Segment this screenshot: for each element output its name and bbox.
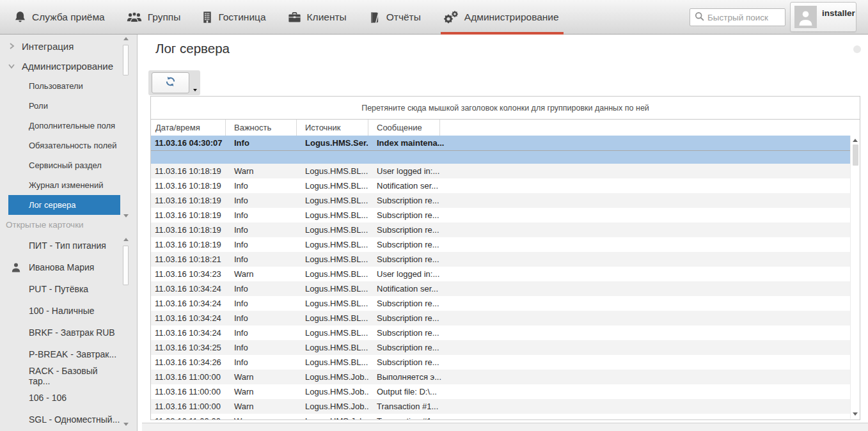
log-datetime-cell: 11.03.16 10:18:19 <box>151 208 226 223</box>
sidebar-item-integration[interactable]: Интеграция <box>0 36 120 56</box>
scroll-down-icon[interactable] <box>123 214 129 217</box>
quick-search-input[interactable] <box>707 13 780 22</box>
log-row[interactable]: 11.03.16 04:30:07 Info Logus.HMS.Ser... … <box>151 136 851 150</box>
open-card-item[interactable]: ПИТ - Тип питания <box>0 235 120 256</box>
open-card-item[interactable]: BRKF - Завтрак RUB <box>0 322 120 343</box>
tab-reports[interactable]: Отчёты <box>368 0 421 35</box>
open-card-item[interactable]: 100 - Наличные <box>0 300 120 322</box>
log-source-cell: Logus.HMS.BL.... <box>297 311 368 325</box>
sidebar-item-required-fields[interactable]: Обязательность полей <box>0 136 120 155</box>
open-card-label: 106 - 106 <box>29 393 67 403</box>
scroll-up-icon[interactable] <box>123 238 129 241</box>
log-severity-cell: Info <box>226 208 297 223</box>
log-datetime-cell: 11.03.16 10:34:24 <box>151 296 226 311</box>
log-severity-cell: Info <box>226 355 297 370</box>
log-message-cell: Subscription re... <box>368 208 851 223</box>
log-datetime-cell: 11.03.16 10:18:19 <box>151 193 226 208</box>
current-user-button[interactable]: installer <box>790 2 856 32</box>
log-source-cell: Logus.HMS.BL.... <box>297 237 368 252</box>
sidebar-item-label: Интеграция <box>22 41 74 52</box>
column-header-datetime[interactable]: Дата/время <box>151 120 226 136</box>
log-severity-cell: Info <box>226 178 297 193</box>
open-card-item[interactable]: Иванова Мария <box>0 256 120 278</box>
log-row[interactable]: 11.03.16 11:00:00 Warn Logus.HMS.Job... … <box>151 384 851 399</box>
sidebar: Интеграция Администрирование Пользовател… <box>0 35 138 431</box>
open-card-item[interactable]: SGL - Одноместный... <box>0 409 120 430</box>
open-card-item[interactable]: RACK - Базовый тар... <box>0 365 120 387</box>
open-card-label: P-BREAK - Завтрак... <box>29 349 116 359</box>
log-message-cell: Index maintena... <box>368 136 851 150</box>
log-source-cell: Logus.HMS.BL.... <box>297 340 368 355</box>
open-cards-header: Открытые карточки <box>6 220 84 230</box>
scroll-up-icon[interactable] <box>123 37 129 40</box>
panel-options-button[interactable] <box>853 45 861 53</box>
log-row[interactable]: 11.03.16 10:18:19 Info Logus.HMS.BL.... … <box>151 193 851 208</box>
log-table-scrollbar[interactable] <box>850 136 860 419</box>
log-severity-cell: Warn <box>226 384 297 399</box>
log-row[interactable]: 11.03.16 11:00:00 Warn Logus.HMS.Job... … <box>151 399 851 414</box>
log-row[interactable]: 11.03.16 10:18:19 Info Logus.HMS.BL.... … <box>151 178 851 193</box>
log-row[interactable]: 11.03.16 10:18:19 Info Logus.HMS.BL.... … <box>151 223 851 237</box>
open-card-item[interactable]: P-BREAK - Завтрак... <box>0 343 120 365</box>
log-row[interactable]: 11.03.16 10:18:19 Info Logus.HMS.BL.... … <box>151 237 851 252</box>
user-name: installer <box>822 8 855 28</box>
cards-scrollbar-thumb[interactable] <box>123 246 129 285</box>
log-row[interactable]: 11.03.16 10:18:19 Warn Logus.HMS.BL.... … <box>151 164 851 178</box>
groups-icon <box>127 12 142 24</box>
toolbar-dropdown-caret-icon[interactable] <box>193 89 197 91</box>
log-row[interactable]: 11.03.16 10:34:25 Info Logus.HMS.BL.... … <box>151 340 851 355</box>
log-row[interactable]: 11.03.16 10:34:24 Info Logus.HMS.BL.... … <box>151 281 851 296</box>
open-card-item[interactable]: PUT - Путёвка <box>0 278 120 300</box>
sidebar-item-roles[interactable]: Роли <box>0 96 120 116</box>
log-row[interactable]: 11.03.16 10:34:24 Info Logus.HMS.BL.... … <box>151 325 851 340</box>
quick-search-box[interactable] <box>690 8 785 26</box>
refresh-button[interactable] <box>152 72 189 93</box>
log-severity-cell: Info <box>226 223 297 237</box>
log-row[interactable]: 11.03.16 11:00:00 Warn Logus.HMS.Job... … <box>151 370 851 384</box>
log-message-cell: Subscription re... <box>368 296 851 311</box>
scroll-down-icon[interactable] <box>853 412 858 416</box>
tab-reception[interactable]: Служба приёма <box>14 0 105 35</box>
tab-label: Служба приёма <box>32 12 105 23</box>
scroll-up-icon[interactable] <box>853 139 858 142</box>
gears-icon <box>443 10 459 24</box>
search-icon <box>695 12 704 24</box>
nav-tabs: Служба приёма Группы Гостиница Клиенты О… <box>14 0 559 35</box>
selected-row-detail-spacer[interactable] <box>151 150 851 164</box>
log-datetime-cell: 11.03.16 04:30:07 <box>151 136 226 150</box>
log-row[interactable]: 11.03.16 10:34:23 Warn Logus.HMS.BL.... … <box>151 267 851 281</box>
sidebar-item-change-log[interactable]: Журнал изменений <box>0 175 120 195</box>
log-message-cell: Выполняется э... <box>368 370 851 384</box>
tree-scrollbar-thumb[interactable] <box>123 45 129 75</box>
sidebar-item-administration[interactable]: Администрирование <box>0 56 120 76</box>
tab-groups[interactable]: Группы <box>127 0 181 35</box>
open-card-item[interactable]: 106 - 106 <box>0 387 120 409</box>
sidebar-item-users[interactable]: Пользователи <box>0 76 120 96</box>
tree-scrollbar[interactable] <box>122 37 130 217</box>
page-title: Лог сервера <box>155 41 230 56</box>
group-by-drop-zone[interactable]: Перетяните сюда мышкой заголовок колонки… <box>150 96 860 120</box>
log-row[interactable]: 11.03.16 10:34:24 Info Logus.HMS.BL.... … <box>151 296 851 311</box>
tab-clients[interactable]: Клиенты <box>288 0 347 35</box>
log-message-cell: Subscription re... <box>368 311 851 325</box>
sidebar-item-server-log[interactable]: Лог сервера <box>8 195 120 215</box>
tab-label: Гостиница <box>218 12 265 23</box>
sidebar-item-label: Дополнительные поля <box>29 121 115 130</box>
log-row[interactable]: 11.03.16 10:18:19 Info Logus.HMS.BL.... … <box>151 208 851 223</box>
log-row[interactable]: 11.03.16 10:34:24 Info Logus.HMS.BL.... … <box>151 311 851 325</box>
tab-administration[interactable]: Администрирование <box>443 0 559 35</box>
log-row[interactable]: 11.03.16 10:18:21 Info Logus.HMS.BL.... … <box>151 252 851 267</box>
open-cards-scrollbar[interactable] <box>122 238 130 426</box>
sidebar-item-extra-fields[interactable]: Дополнительные поля <box>0 116 120 136</box>
column-header-severity[interactable]: Важность <box>226 120 297 136</box>
scroll-down-icon[interactable] <box>123 423 129 426</box>
log-row[interactable]: 11.03.16 11:00:00 Warn Logus.HMS.Job... … <box>151 414 851 420</box>
log-source-cell: Logus.HMS.Job... <box>297 399 368 414</box>
log-row[interactable]: 11.03.16 10:34:26 Info Logus.HMS.BL.... … <box>151 355 851 370</box>
column-header-source[interactable]: Источник <box>297 120 368 136</box>
column-header-message[interactable]: Сообщение <box>368 120 440 136</box>
tab-hotel[interactable]: Гостиница <box>202 0 265 35</box>
log-source-cell: Logus.HMS.BL.... <box>297 325 368 340</box>
log-scrollbar-thumb[interactable] <box>853 145 858 166</box>
sidebar-item-service-section[interactable]: Сервисный раздел <box>0 155 120 175</box>
